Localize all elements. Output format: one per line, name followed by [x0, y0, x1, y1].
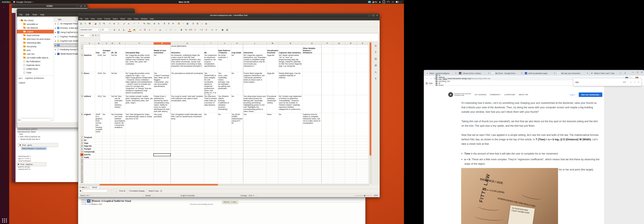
cell-O10[interactable] [302, 145, 322, 148]
cell-D3[interactable]: Yes [111, 54, 114, 72]
bold-icon[interactable]: a [113, 28, 116, 31]
cell-E17[interactable] [114, 163, 125, 165]
pdf-find-bar[interactable]: ✖ Find: data2vis [16, 162, 46, 166]
tablet-indicator-icon[interactable] [383, 0, 385, 3]
close-icon[interactable]: ✕ [376, 14, 378, 17]
cell-I4[interactable]: Yes (RankSVM) to learn weights for soft … [204, 72, 218, 95]
cell-E23[interactable] [114, 175, 125, 177]
cell-F1[interactable] [125, 45, 154, 47]
formatted-display-checkbox[interactable]: Formatted Display [127, 190, 144, 192]
cell-J21[interactable] [218, 171, 231, 173]
calc-menu-item[interactable]: Window [141, 18, 147, 20]
cell-M14[interactable] [267, 156, 278, 159]
tag[interactable]: cognitive architecture [25, 77, 44, 79]
close-tab-icon[interactable]: ✕ [488, 72, 490, 74]
sort-descending-icon[interactable]: ⇵ [167, 22, 170, 25]
cell-E20[interactable] [114, 169, 125, 171]
cell-K9[interactable] [231, 142, 243, 145]
cell-M8[interactable] [267, 139, 278, 142]
cell-B19[interactable] [95, 167, 102, 169]
cell-J4[interactable]: Yes (num_rows, cardinality, extent, entr… [218, 72, 231, 95]
font-size-box[interactable]: 10▾ [101, 28, 110, 31]
properties-icon[interactable]: T [374, 50, 378, 54]
cell-R26[interactable] [345, 181, 357, 183]
cell-D22[interactable] [111, 173, 114, 175]
cell-L21[interactable] [243, 171, 267, 173]
expand-icon[interactable]: ▶ [55, 23, 56, 24]
cell-H13[interactable] [171, 153, 204, 156]
cell-P2[interactable] [322, 47, 333, 54]
cell-F21[interactable] [125, 171, 154, 173]
cell-O16[interactable] [302, 161, 322, 163]
cell-M10[interactable] [267, 145, 278, 148]
cell-D25[interactable] [111, 179, 114, 181]
cell-Q21[interactable] [333, 171, 345, 173]
cell-B1[interactable] [95, 45, 102, 47]
cell-K5[interactable]: No [231, 95, 243, 113]
expand-icon[interactable]: ▶ [55, 31, 56, 33]
cell-I22[interactable] [204, 173, 218, 175]
activities-button[interactable]: Activities [2, 1, 10, 3]
calc-menu-item[interactable]: Data [128, 18, 132, 20]
cell-E7[interactable] [114, 136, 125, 139]
cell-R5[interactable] [345, 95, 357, 113]
underline-icon[interactable]: a [122, 28, 125, 31]
cell-G22[interactable] [154, 173, 171, 175]
cell-G7[interactable] [154, 136, 171, 139]
cell-D26[interactable] [111, 181, 114, 183]
cell-F8[interactable] [125, 139, 154, 142]
cell-D8[interactable] [111, 139, 114, 142]
collection-item[interactable]: low-priority [17, 45, 54, 48]
cell-N8[interactable] [278, 139, 302, 142]
cell-K1[interactable] [231, 45, 243, 47]
cell-Q12[interactable] [333, 151, 345, 153]
cell-E13[interactable] [114, 153, 125, 156]
cell-N17[interactable] [278, 163, 302, 165]
cell-N14[interactable] [278, 156, 302, 159]
next-sheet-icon[interactable]: ▶ [84, 186, 85, 188]
cell-N9[interactable] [278, 142, 302, 145]
cell-Q14[interactable] [333, 156, 345, 159]
cell-R19[interactable] [345, 167, 357, 169]
cell-Q10[interactable] [333, 145, 345, 148]
cell-S11[interactable] [357, 148, 368, 151]
cell-P20[interactable] [322, 169, 333, 171]
undo-icon[interactable]: ↶ [132, 22, 136, 25]
cell-P13[interactable] [322, 153, 333, 156]
cell-B11[interactable] [95, 148, 102, 151]
cell-C4[interactable]: Yes [102, 72, 111, 95]
sum-icon[interactable]: Σ [95, 34, 96, 36]
bookmark-folder[interactable]: executing_not... [436, 80, 451, 82]
cell-I20[interactable] [204, 169, 218, 171]
cell-E9[interactable] [114, 142, 125, 145]
cell-F12[interactable] [125, 151, 154, 153]
cell-B16[interactable] [95, 161, 102, 163]
cell-P19[interactable] [322, 167, 333, 169]
cell-P7[interactable] [322, 136, 333, 139]
cell-O2[interactable]: Other Notable features / limitations [302, 47, 322, 54]
calc-menu-item[interactable]: View [91, 18, 95, 20]
special-character-icon[interactable]: Ω [192, 22, 195, 25]
cell-I8[interactable] [204, 139, 218, 142]
cell-F11[interactable] [125, 148, 154, 151]
cell-B8[interactable] [95, 139, 102, 142]
cell-J25[interactable] [218, 179, 231, 181]
cell-I5[interactable]: Yes (Decision Tree) to predict vizlet vo… [204, 95, 218, 113]
column-header-C[interactable]: C [102, 42, 111, 45]
row-header-18[interactable]: 18 [80, 165, 84, 167]
cell-L10[interactable] [243, 145, 267, 148]
cell-N10[interactable] [278, 145, 302, 148]
cell-M2[interactable]: Visualisation Grammar [267, 47, 278, 54]
cell-M15[interactable] [267, 159, 278, 161]
decrease-indent-icon[interactable]: ⇤ [215, 28, 218, 31]
cell-F23[interactable] [125, 175, 154, 177]
cell-R22[interactable] [345, 173, 357, 175]
cell-E22[interactable] [114, 173, 125, 175]
goms-find-match[interactable]: BakkerMadelon Hulsebos#m [21, 147, 47, 150]
cell-K2[interactable]: Cog model [231, 47, 243, 54]
column-header-J[interactable]: J [218, 42, 231, 45]
indicator-icon[interactable]: ◆ [379, 1, 381, 3]
cell-M23[interactable] [267, 175, 278, 177]
cell-H15[interactable] [171, 159, 204, 161]
redo-icon[interactable]: ↷ [137, 22, 140, 25]
